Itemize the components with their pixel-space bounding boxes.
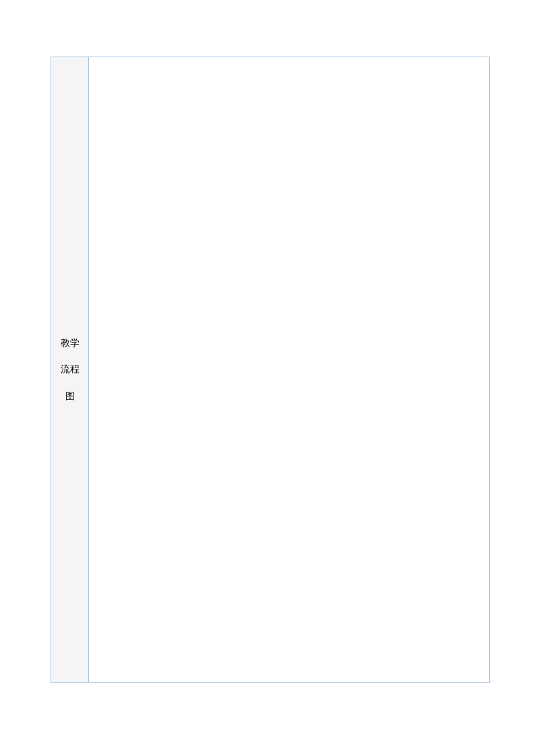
table-content-cell (89, 57, 489, 682)
document-table: 教学 流程 图 (51, 57, 490, 683)
label-line-1: 教学 (61, 330, 80, 356)
column-label: 教学 流程 图 (61, 330, 80, 409)
table-header-column: 教学 流程 图 (51, 57, 89, 682)
label-line-3: 图 (61, 383, 80, 409)
label-line-2: 流程 (61, 356, 80, 382)
